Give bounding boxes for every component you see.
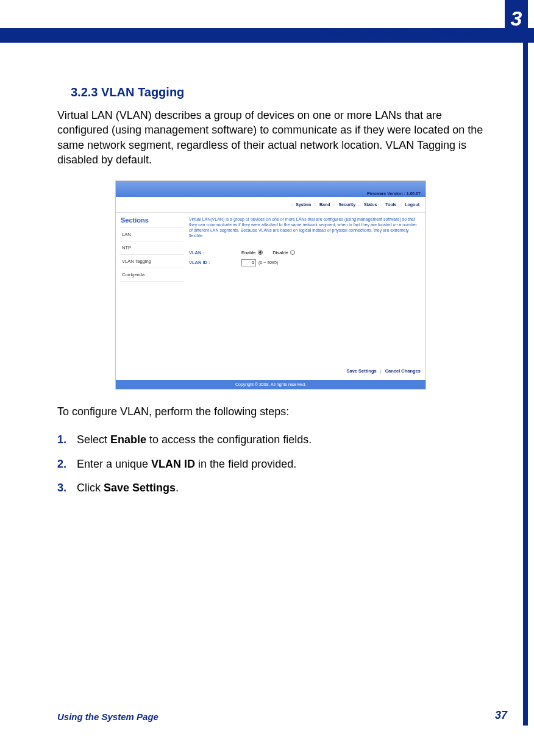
step-text: Enter a unique VLAN ID in the field prov… (77, 457, 484, 472)
vlan-enable-radio[interactable] (258, 250, 263, 255)
vlan-disable-radio[interactable] (290, 250, 295, 255)
vlan-id-label: VLAN ID : (189, 260, 241, 265)
sidebar-item-lan[interactable]: LAN (119, 227, 184, 241)
screenshot-main-pane: Virtual LAN(VLAN) is a group of devices … (184, 213, 425, 380)
vlan-row: VLAN : Enable Disable (189, 250, 421, 255)
nav-logout[interactable]: Logout (405, 202, 419, 207)
cancel-changes-button[interactable]: Cancel Changes (385, 368, 421, 374)
screenshot-panel: Firmware Version : 1.00.07 :: System :: … (115, 180, 426, 390)
vlan-id-row: VLAN ID : (0 ~ 4095) (189, 259, 421, 266)
vlan-enable-label: Enable (241, 250, 255, 255)
sidebar-item-vlan-tagging[interactable]: VLAN Tagging (119, 255, 184, 268)
nav-sep: :: (399, 202, 402, 207)
nav-security[interactable]: Security (338, 202, 355, 207)
firmware-version: Firmware Version : 1.00.07 (367, 191, 421, 196)
step-text: Select Enable to access the configuratio… (77, 432, 484, 448)
nav-system[interactable]: System (296, 202, 311, 207)
screenshot-description: Virtual LAN(VLAN) is a group of devices … (189, 216, 421, 238)
page-content: 3.2.3 VLAN Tagging Virtual LAN (VLAN) de… (57, 85, 484, 496)
screenshot-actions: Save Settings | Cancel Changes (189, 362, 421, 380)
footer-page-number: 37 (495, 709, 507, 722)
sidebar-item-corrigenda[interactable]: Corrigenda (119, 268, 184, 282)
section-intro: Virtual LAN (VLAN) describes a group of … (57, 108, 484, 167)
vlan-id-input[interactable] (241, 259, 256, 266)
sidebar-item-ntp[interactable]: NTP (119, 241, 184, 255)
step-number: 1. (57, 432, 77, 448)
nav-band[interactable]: Band (319, 202, 330, 207)
step-text: Click Save Settings. (77, 480, 484, 496)
nav-tools[interactable]: Tools (385, 202, 396, 207)
right-margin-rule (523, 37, 528, 726)
step-1: 1. Select Enable to access the configura… (57, 432, 484, 448)
screenshot-header-bar: Firmware Version : 1.00.07 (116, 181, 425, 197)
screenshot-footer: Copyright © 2008. All rights reserved. (116, 380, 425, 389)
config-lead: To configure VLAN, perform the following… (57, 404, 484, 419)
vlan-id-range: (0 ~ 4095) (258, 260, 278, 265)
section-heading: 3.2.3 VLAN Tagging (71, 85, 484, 99)
chapter-title: Features and Web GUI Configuration (319, 27, 500, 39)
step-2: 2. Enter a unique VLAN ID in the field p… (57, 457, 484, 472)
step-3: 3. Click Save Settings. (57, 480, 484, 496)
steps-list: 1. Select Enable to access the configura… (57, 432, 484, 496)
nav-sep: :: (380, 202, 382, 207)
step-number: 3. (57, 480, 77, 496)
action-divider: | (380, 368, 382, 374)
vlan-label: VLAN : (189, 250, 241, 255)
footer-section-name: Using the System Page (57, 711, 158, 722)
save-settings-button[interactable]: Save Settings (347, 368, 377, 374)
sidebar-title: Sections (119, 216, 184, 224)
screenshot-sidebar: Sections LAN NTP VLAN Tagging Corrigenda (116, 213, 184, 380)
nav-sep: :: (290, 202, 293, 207)
chapter-number-tab: 3 (505, 0, 528, 37)
nav-sep: :: (333, 202, 336, 207)
nav-sep: :: (314, 202, 316, 207)
step-number: 2. (57, 457, 77, 472)
vlan-disable-label: Disable (272, 250, 288, 255)
nav-status[interactable]: Status (364, 202, 377, 207)
nav-sep: :: (358, 202, 361, 207)
screenshot-nav: :: System :: Band :: Security :: Status … (116, 197, 425, 213)
